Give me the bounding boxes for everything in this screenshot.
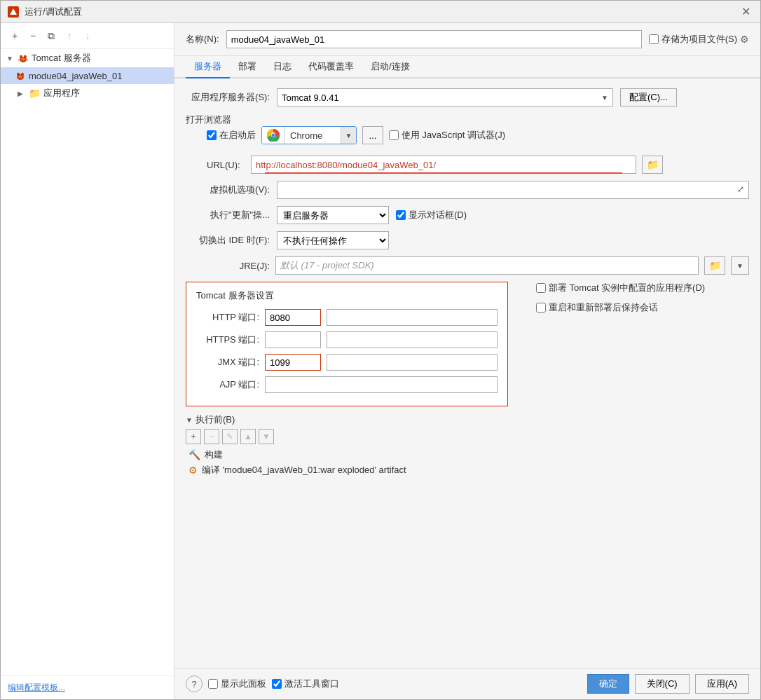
help-button[interactable]: ? [186, 675, 203, 692]
deploy-tomcat-label[interactable]: 部署 Tomcat 实例中配置的应用程序(D) [536, 282, 705, 294]
on-start-label[interactable]: 在启动后 [207, 129, 256, 142]
sidebar-item-app-group[interactable]: ▶ 📁 应用程序 [1, 84, 174, 102]
jmx-port-input[interactable] [265, 354, 321, 371]
http-port-label: HTTP 端口: [196, 311, 259, 324]
remove-config-button[interactable]: − [25, 27, 41, 44]
show-panel-label[interactable]: 显示此面板 [208, 678, 266, 690]
window-body: + − ⧉ ↑ ↓ ▼ [1, 23, 760, 699]
app-server-select[interactable]: Tomcat 9.0.41 ▼ [277, 88, 613, 107]
name-row: 名称(N): 存储为项目文件(S) ⚙ [174, 23, 760, 56]
content-area: 应用程序服务器(S): Tomcat 9.0.41 ▼ 配置(C)... 打开浏… [174, 78, 760, 668]
vm-options-input[interactable] [277, 181, 749, 199]
deploy-tomcat-checkbox[interactable] [536, 283, 546, 293]
open-browser-section: 打开浏览器 在启动后 [186, 114, 749, 144]
on-ide-switch-select[interactable]: 不执行任何操作 [277, 231, 389, 249]
build-item-2: ⚙ 编译 'modue04_javaWeb_01:war exploded' a… [186, 462, 749, 478]
configure-button[interactable]: 配置(C)... [620, 88, 677, 107]
jmx-port-extra[interactable] [327, 354, 498, 371]
activate-checkbox[interactable] [272, 679, 282, 689]
show-dialog-text: 显示对话框(D) [409, 209, 467, 221]
http-port-extra[interactable] [327, 309, 498, 326]
ok-button[interactable]: 确定 [587, 674, 629, 694]
jre-folder-button[interactable]: 📁 [704, 256, 725, 275]
svg-point-14 [21, 74, 22, 76]
https-port-input[interactable] [265, 331, 321, 348]
on-update-select[interactable]: 重启服务器 [277, 206, 389, 224]
browser-dropdown-arrow: ▼ [341, 126, 356, 144]
jmx-port-label: JMX 端口: [196, 356, 259, 369]
bl-remove-button[interactable]: − [204, 429, 219, 444]
app-server-label: 应用程序服务器(S): [186, 91, 270, 104]
title-bar-left: 运行/调试配置 [8, 6, 82, 18]
apply-button[interactable]: 应用(A) [695, 674, 749, 694]
preserve-session-checkbox[interactable] [536, 303, 546, 313]
show-panel-text: 显示此面板 [221, 678, 266, 690]
tab-startup[interactable]: 启动/连接 [362, 56, 418, 78]
close-button[interactable]: ✕ [739, 5, 753, 18]
app-group-label: 应用程序 [43, 87, 80, 99]
bl-add-button[interactable]: + [186, 429, 201, 444]
tab-server[interactable]: 服务器 [186, 56, 230, 78]
tab-deploy[interactable]: 部署 [230, 56, 265, 78]
show-dialog-checkbox[interactable] [396, 210, 406, 220]
build-label: 构建 [205, 448, 223, 461]
ajp-port-input[interactable] [265, 376, 498, 393]
move-up-button[interactable]: ↑ [61, 27, 78, 44]
artifact-icon: ⚙ [188, 465, 198, 476]
vm-expand-button[interactable]: ⤢ [734, 182, 748, 196]
activate-text: 激活工具窗口 [284, 678, 339, 690]
store-checkbox-area: 存储为项目文件(S) ⚙ [649, 33, 749, 46]
activate-label[interactable]: 激活工具窗口 [272, 678, 339, 690]
tomcat-settings-title: Tomcat 服务器设置 [196, 289, 498, 302]
name-input[interactable] [226, 30, 642, 48]
settings-gear-icon[interactable]: ⚙ [740, 34, 749, 45]
bl-down-button[interactable]: ▼ [259, 429, 274, 444]
sidebar-item-tomcat-group[interactable]: ▼ Tomcat 服务器 [1, 49, 174, 67]
copy-config-button[interactable]: ⧉ [43, 27, 60, 44]
tomcat-sub-icon [15, 70, 26, 81]
tomcat-settings-outer: Tomcat 服务器设置 HTTP 端口: HTTPS 端口: [186, 282, 749, 406]
https-port-extra[interactable] [327, 331, 498, 348]
app-server-row: 应用程序服务器(S): Tomcat 9.0.41 ▼ 配置(C)... [186, 88, 749, 107]
preserve-session-label[interactable]: 重启和重新部署后保持会话 [536, 301, 705, 314]
https-port-label: HTTPS 端口: [196, 334, 259, 346]
store-checkbox[interactable] [649, 34, 659, 44]
before-launch-header[interactable]: ▼ 执行前(B) [186, 413, 749, 426]
bl-edit-button[interactable]: ✎ [222, 429, 238, 444]
show-dialog-label[interactable]: 显示对话框(D) [396, 209, 467, 221]
browser-dropdown[interactable]: Chrome ▼ [261, 126, 357, 144]
sidebar-tree: ▼ Tomcat 服务器 [1, 49, 174, 675]
sidebar-item-modue04[interactable]: modue04_javaWeb_01 [1, 67, 174, 84]
tab-logs[interactable]: 日志 [265, 56, 300, 78]
url-folder-button[interactable]: 📁 [642, 156, 663, 174]
bl-up-button[interactable]: ▲ [240, 429, 256, 444]
on-start-checkbox[interactable] [207, 130, 217, 140]
url-label: URL(U): [207, 160, 245, 170]
before-launch-label: 执行前(B) [196, 413, 235, 426]
chrome-icon [267, 129, 280, 142]
store-label: 存储为项目文件(S) [661, 33, 737, 46]
before-launch-toolbar: + − ✎ ▲ ▼ [186, 426, 749, 447]
vm-options-row: 虚拟机选项(V): ⤢ [186, 181, 749, 199]
main-content: 名称(N): 存储为项目文件(S) ⚙ 服务器 部署 日志 代码覆盖率 启动/连… [174, 23, 760, 699]
url-input[interactable] [251, 156, 636, 174]
on-ide-switch-label: 切换出 IDE 时(F): [186, 234, 270, 247]
close-dialog-button[interactable]: 关闭(C) [635, 674, 690, 694]
tab-coverage[interactable]: 代码覆盖率 [300, 56, 362, 78]
js-debugger-checkbox[interactable] [389, 130, 399, 140]
jre-input[interactable] [275, 256, 699, 275]
deploy-tomcat-text: 部署 Tomcat 实例中配置的应用程序(D) [549, 282, 705, 294]
js-debugger-label[interactable]: 使用 JavaScript 调试器(J) [389, 129, 505, 142]
edit-template-link[interactable]: 编辑配置模板... [1, 675, 174, 699]
browser-ellipsis-button[interactable]: ... [362, 126, 383, 144]
sidebar-item-modue04-label: modue04_javaWeb_01 [29, 71, 122, 81]
show-panel-checkbox[interactable] [208, 679, 218, 689]
open-browser-title: 打开浏览器 [186, 114, 231, 125]
move-down-button[interactable]: ↓ [79, 27, 96, 44]
name-label: 名称(N): [186, 33, 219, 46]
http-port-input[interactable] [265, 309, 321, 326]
jre-dropdown-button[interactable]: ▼ [731, 256, 749, 275]
window-icon [8, 6, 19, 18]
add-config-button[interactable]: + [6, 27, 23, 44]
tomcat-right-options: 部署 Tomcat 实例中配置的应用程序(D) 重启和重新部署后保持会话 [536, 282, 705, 314]
